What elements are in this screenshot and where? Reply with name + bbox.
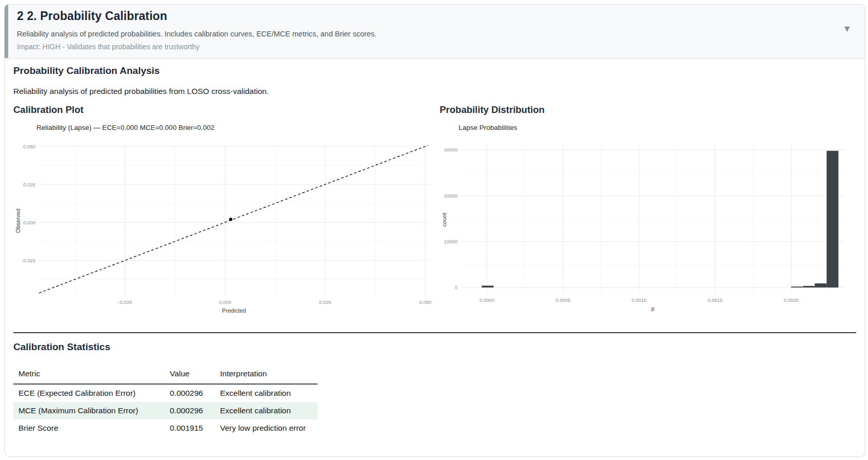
header-impact-note: Impact: HIGH - Validates that probabilit… (17, 43, 200, 51)
value-cell: 0.000296 (165, 384, 215, 402)
svg-text:10000: 10000 (444, 239, 458, 244)
probability-distribution-panel: Probability Distribution 0.00000.00050.0… (440, 104, 865, 316)
svg-text:0.0020: 0.0020 (784, 297, 799, 303)
analysis-section-title: Probability Calibration Analysis (13, 65, 160, 76)
metric-cell: MCE (Maximum Calibration Error) (13, 402, 165, 419)
section-divider (13, 332, 856, 333)
table-row: Brier Score 0.001915 Very low prediction… (13, 419, 318, 437)
calibration-plot-heading: Calibration Plot (13, 104, 435, 116)
column-header-metric: Metric (13, 366, 165, 384)
svg-text:0.000: 0.000 (219, 299, 231, 305)
calibration-plot-panel: Calibration Plot -0.0250.0000.0250.0500.… (13, 104, 435, 316)
svg-text:0.000: 0.000 (23, 220, 35, 225)
svg-text:20000: 20000 (444, 193, 458, 199)
svg-text:-0.025: -0.025 (118, 299, 132, 305)
value-cell: 0.000296 (165, 402, 215, 419)
header-accent-bar (5, 5, 8, 58)
probability-distribution-heading: Probability Distribution (440, 104, 865, 116)
svg-text:Reliability (Lapse) — ECE=0.00: Reliability (Lapse) — ECE=0.000 MCE=0.00… (36, 124, 214, 131)
svg-text:0: 0 (455, 284, 458, 290)
svg-text:30000: 30000 (444, 147, 458, 152)
calibration-plot-figure: -0.0250.0000.0250.0500.0500.0250.000-0.0… (13, 120, 435, 316)
collapse-chevron-icon[interactable]: ▼ (842, 24, 852, 33)
svg-text:0.0010: 0.0010 (632, 297, 646, 303)
metric-cell: ECE (Expected Calibration Error) (13, 384, 165, 402)
table-row: MCE (Maximum Calibration Error) 0.000296… (13, 402, 318, 419)
column-header-value: Value (165, 366, 215, 384)
svg-text:Observed: Observed (15, 208, 21, 233)
svg-text:-0.025: -0.025 (22, 258, 35, 263)
interpretation-cell: Excellent calibration (215, 402, 318, 419)
svg-text:Predicted: Predicted (222, 308, 246, 314)
svg-text:0.025: 0.025 (23, 182, 35, 187)
svg-text:0.0005: 0.0005 (556, 297, 570, 303)
interpretation-cell: Very low prediction error (215, 419, 318, 437)
header-title: 2 2. Probability Calibration (17, 9, 167, 23)
svg-text:0.025: 0.025 (319, 299, 331, 305)
stats-section-title: Calibration Statistics (13, 341, 110, 353)
svg-text:0.050: 0.050 (23, 144, 35, 149)
table-header-row: Metric Value Interpretation (13, 366, 318, 384)
calibration-statistics-table: Metric Value Interpretation ECE (Expecte… (13, 366, 318, 437)
svg-text:count: count (441, 213, 447, 227)
svg-text:0.0000: 0.0000 (480, 297, 495, 303)
value-cell: 0.001915 (165, 419, 215, 437)
svg-text:0.050: 0.050 (419, 299, 431, 305)
section-header[interactable]: 2 2. Probability Calibration Reliability… (5, 5, 865, 59)
analysis-description: Reliability analysis of predicted probab… (13, 87, 269, 96)
report-card: 2 2. Probability Calibration Reliability… (4, 4, 865, 457)
column-header-interpretation: Interpretation (215, 366, 318, 384)
svg-text:p: p (651, 305, 654, 312)
svg-text:0.0015: 0.0015 (708, 297, 723, 303)
header-subtitle: Reliability analysis of predicted probab… (17, 30, 377, 38)
interpretation-cell: Excellent calibration (215, 384, 318, 402)
svg-text:Lapse Probabilities: Lapse Probabilities (459, 124, 517, 131)
probability-distribution-figure: 0.00000.00050.00100.00150.00200100002000… (440, 120, 865, 316)
table-row: ECE (Expected Calibration Error) 0.00029… (13, 384, 318, 402)
metric-cell: Brier Score (13, 419, 165, 437)
